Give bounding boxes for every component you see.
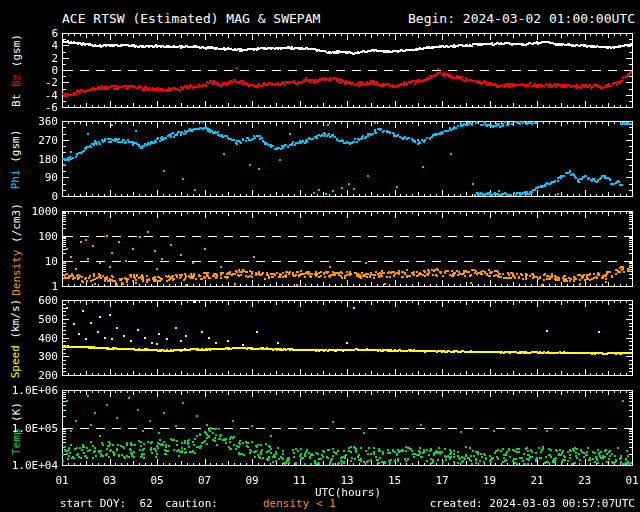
x-tick-label: 03 — [93, 474, 127, 487]
x-tick-label: 09 — [235, 474, 269, 487]
y-tick-label-temp: 1.0E+04 — [4, 459, 58, 472]
plot-title: ACE RTSW (Estimated) MAG & SWEPAM — [62, 11, 320, 26]
y-tick-label-temp: 1.0E+05 — [4, 422, 58, 435]
x-tick-label: 07 — [188, 474, 222, 487]
panel-density — [62, 211, 633, 287]
y-tick-label-density: 10 — [4, 255, 58, 268]
panel-bt-bz — [62, 33, 633, 108]
y-tick-label-speed: 500 — [4, 313, 58, 326]
y-tick-label-density: 100 — [4, 230, 58, 243]
caution-value: density < 1 — [263, 497, 336, 510]
y-tick-label-speed: 600 — [4, 294, 58, 307]
start-doy-text: start DOY: 62 — [60, 497, 153, 510]
y-tick-label-bt-bz: -6 — [4, 101, 58, 114]
y-tick-label-phi: 360 — [4, 115, 58, 128]
y-tick-label-density: 1 — [4, 280, 58, 293]
y-tick-label-bt-bz: 4 — [4, 39, 58, 52]
y-tick-label-bt-bz: -4 — [4, 89, 58, 102]
y-axis-label-density: Density (/cm3) — [2, 211, 30, 287]
x-tick-label: 01 — [615, 474, 640, 487]
y-tick-label-bt-bz: 0 — [4, 64, 58, 77]
x-tick-label: 23 — [568, 474, 602, 487]
created-timestamp: created: 2024-03-03 00:57:07UTC — [430, 497, 635, 510]
panel-phi — [62, 121, 633, 197]
y-tick-label-bt-bz: -2 — [4, 76, 58, 89]
ace-rtsw-plot: ACE RTSW (Estimated) MAG & SWEPAM Begin:… — [0, 0, 640, 512]
y-tick-label-bt-bz: 6 — [4, 27, 58, 40]
temp-unit: (K) — [10, 402, 23, 422]
caution-label: caution: — [165, 497, 218, 510]
y-tick-label-bt-bz: 2 — [4, 52, 58, 65]
y-tick-label-speed: 200 — [4, 369, 58, 382]
x-tick-label: 05 — [140, 474, 174, 487]
y-tick-label-phi: 90 — [4, 171, 58, 184]
y-tick-label-phi: 270 — [4, 134, 58, 147]
panel-speed — [62, 300, 633, 376]
x-tick-label: 01 — [45, 474, 79, 487]
y-tick-label-speed: 400 — [4, 332, 58, 345]
begin-timestamp: Begin: 2024-03-02 01:00:00UTC — [408, 11, 635, 26]
y-tick-label-density: 1000 — [4, 205, 58, 218]
y-tick-label-speed: 300 — [4, 350, 58, 363]
x-tick-label: 17 — [425, 474, 459, 487]
x-tick-label: 19 — [473, 474, 507, 487]
y-tick-label-temp: 1.0E+06 — [4, 384, 58, 397]
x-tick-label: 21 — [520, 474, 554, 487]
panel-temp — [62, 390, 633, 466]
y-tick-label-phi: 180 — [4, 153, 58, 166]
y-tick-label-phi: 0 — [4, 190, 58, 203]
